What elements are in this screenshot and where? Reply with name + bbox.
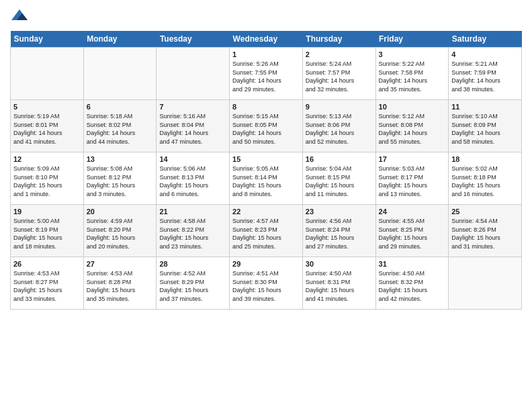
day-info: Sunrise: 5:10 AM Sunset: 8:09 PM Dayligh… [451,112,519,146]
day-info: Sunrise: 5:18 AM Sunset: 8:02 PM Dayligh… [87,112,154,146]
day-info: Sunrise: 5:12 AM Sunset: 8:08 PM Dayligh… [379,112,446,146]
calendar-cell: 30Sunrise: 4:50 AM Sunset: 8:31 PM Dayli… [302,257,375,310]
calendar-cell: 25Sunrise: 4:54 AM Sunset: 8:26 PM Dayli… [449,205,522,257]
day-number: 4 [451,50,519,58]
day-info: Sunrise: 5:00 AM Sunset: 8:19 PM Dayligh… [13,217,81,250]
day-info: Sunrise: 5:26 AM Sunset: 7:55 PM Dayligh… [232,60,300,93]
calendar-cell: 11Sunrise: 5:10 AM Sunset: 8:09 PM Dayli… [449,100,522,152]
calendar-body: 1Sunrise: 5:26 AM Sunset: 7:55 PM Daylig… [11,48,522,310]
day-info: Sunrise: 5:15 AM Sunset: 8:05 PM Dayligh… [232,112,300,146]
calendar-cell: 6Sunrise: 5:18 AM Sunset: 8:02 PM Daylig… [83,100,157,152]
calendar-cell: 29Sunrise: 4:51 AM Sunset: 8:30 PM Dayli… [230,257,303,310]
day-number: 1 [232,50,300,58]
day-number: 7 [159,103,226,111]
calendar-week: 1Sunrise: 5:26 AM Sunset: 7:55 PM Daylig… [11,48,522,100]
day-info: Sunrise: 4:50 AM Sunset: 8:32 PM Dayligh… [379,269,446,303]
day-info: Sunrise: 4:52 AM Sunset: 8:29 PM Dayligh… [159,269,226,303]
day-info: Sunrise: 5:09 AM Sunset: 8:10 PM Dayligh… [13,165,81,198]
day-info: Sunrise: 5:16 AM Sunset: 8:04 PM Dayligh… [159,112,226,146]
header-day: Friday [375,31,449,48]
day-number: 12 [13,155,81,163]
day-info: Sunrise: 4:58 AM Sunset: 8:22 PM Dayligh… [159,217,226,250]
calendar-cell: 22Sunrise: 4:57 AM Sunset: 8:23 PM Dayli… [230,205,303,257]
day-number: 9 [306,103,373,111]
day-number: 5 [13,103,81,111]
day-info: Sunrise: 5:19 AM Sunset: 8:01 PM Dayligh… [13,112,81,146]
calendar-cell [449,257,522,310]
header-day: Wednesday [230,31,303,48]
day-number: 27 [87,260,154,268]
calendar-cell: 13Sunrise: 5:08 AM Sunset: 8:12 PM Dayli… [83,152,157,205]
day-info: Sunrise: 5:05 AM Sunset: 8:14 PM Dayligh… [232,165,300,198]
day-number: 25 [451,208,519,216]
calendar-cell: 27Sunrise: 4:53 AM Sunset: 8:28 PM Dayli… [83,257,157,310]
day-info: Sunrise: 4:50 AM Sunset: 8:31 PM Dayligh… [306,269,373,303]
day-number: 8 [232,103,300,111]
day-number: 24 [379,208,446,216]
day-number: 31 [379,260,446,268]
day-info: Sunrise: 5:02 AM Sunset: 8:18 PM Dayligh… [451,165,519,198]
day-info: Sunrise: 5:22 AM Sunset: 7:58 PM Dayligh… [379,60,446,93]
day-number: 3 [379,50,446,58]
day-info: Sunrise: 4:54 AM Sunset: 8:26 PM Dayligh… [451,217,519,250]
header-day: Monday [83,31,157,48]
calendar-cell: 8Sunrise: 5:15 AM Sunset: 8:05 PM Daylig… [230,100,303,152]
day-number: 6 [87,103,154,111]
day-number: 13 [87,155,154,163]
day-number: 19 [13,208,81,216]
day-number: 17 [379,155,446,163]
header-row: SundayMondayTuesdayWednesdayThursdayFrid… [11,31,522,48]
day-number: 20 [87,208,154,216]
day-info: Sunrise: 5:04 AM Sunset: 8:15 PM Dayligh… [306,165,373,198]
day-number: 28 [159,260,226,268]
calendar-cell: 16Sunrise: 5:04 AM Sunset: 8:15 PM Dayli… [302,152,375,205]
day-info: Sunrise: 4:57 AM Sunset: 8:23 PM Dayligh… [232,217,300,250]
calendar-cell: 18Sunrise: 5:02 AM Sunset: 8:18 PM Dayli… [449,152,522,205]
calendar-week: 19Sunrise: 5:00 AM Sunset: 8:19 PM Dayli… [11,205,522,257]
calendar-cell: 24Sunrise: 4:55 AM Sunset: 8:25 PM Dayli… [375,205,449,257]
calendar-cell: 17Sunrise: 5:03 AM Sunset: 8:17 PM Dayli… [375,152,449,205]
day-number: 14 [159,155,226,163]
day-info: Sunrise: 4:53 AM Sunset: 8:27 PM Dayligh… [13,269,81,303]
header-day: Tuesday [157,31,230,48]
day-info: Sunrise: 5:06 AM Sunset: 8:13 PM Dayligh… [159,165,226,198]
calendar-cell: 26Sunrise: 4:53 AM Sunset: 8:27 PM Dayli… [11,257,84,310]
calendar-cell: 9Sunrise: 5:13 AM Sunset: 8:06 PM Daylig… [302,100,375,152]
calendar-cell: 2Sunrise: 5:24 AM Sunset: 7:57 PM Daylig… [302,48,375,100]
day-number: 30 [306,260,373,268]
page: SundayMondayTuesdayWednesdayThursdayFrid… [0,0,532,411]
day-info: Sunrise: 5:13 AM Sunset: 8:06 PM Dayligh… [306,112,373,146]
day-info: Sunrise: 4:51 AM Sunset: 8:30 PM Dayligh… [232,269,300,303]
logo [10,7,32,26]
calendar-cell: 28Sunrise: 4:52 AM Sunset: 8:29 PM Dayli… [157,257,230,310]
calendar-cell: 1Sunrise: 5:26 AM Sunset: 7:55 PM Daylig… [230,48,303,100]
logo-icon [10,7,29,26]
day-number: 22 [232,208,300,216]
day-number: 11 [451,103,519,111]
day-info: Sunrise: 4:56 AM Sunset: 8:24 PM Dayligh… [306,217,373,250]
day-info: Sunrise: 4:55 AM Sunset: 8:25 PM Dayligh… [379,217,446,250]
day-number: 15 [232,155,300,163]
day-number: 23 [306,208,373,216]
calendar-cell: 3Sunrise: 5:22 AM Sunset: 7:58 PM Daylig… [375,48,449,100]
day-number: 26 [13,260,81,268]
day-number: 2 [306,50,373,58]
header-day: Sunday [11,31,84,48]
calendar-cell [11,48,84,100]
calendar-table: SundayMondayTuesdayWednesdayThursdayFrid… [10,31,522,310]
day-info: Sunrise: 4:59 AM Sunset: 8:20 PM Dayligh… [87,217,154,250]
day-number: 21 [159,208,226,216]
calendar-cell: 4Sunrise: 5:21 AM Sunset: 7:59 PM Daylig… [449,48,522,100]
calendar-week: 5Sunrise: 5:19 AM Sunset: 8:01 PM Daylig… [11,100,522,152]
calendar-cell: 7Sunrise: 5:16 AM Sunset: 8:04 PM Daylig… [157,100,230,152]
day-number: 29 [232,260,300,268]
header-day: Thursday [302,31,375,48]
calendar-cell: 31Sunrise: 4:50 AM Sunset: 8:32 PM Dayli… [375,257,449,310]
day-info: Sunrise: 4:53 AM Sunset: 8:28 PM Dayligh… [87,269,154,303]
calendar-cell: 19Sunrise: 5:00 AM Sunset: 8:19 PM Dayli… [11,205,84,257]
calendar-week: 12Sunrise: 5:09 AM Sunset: 8:10 PM Dayli… [11,152,522,205]
day-number: 10 [379,103,446,111]
calendar-header: SundayMondayTuesdayWednesdayThursdayFrid… [11,31,522,48]
day-number: 16 [306,155,373,163]
calendar-cell [83,48,157,100]
